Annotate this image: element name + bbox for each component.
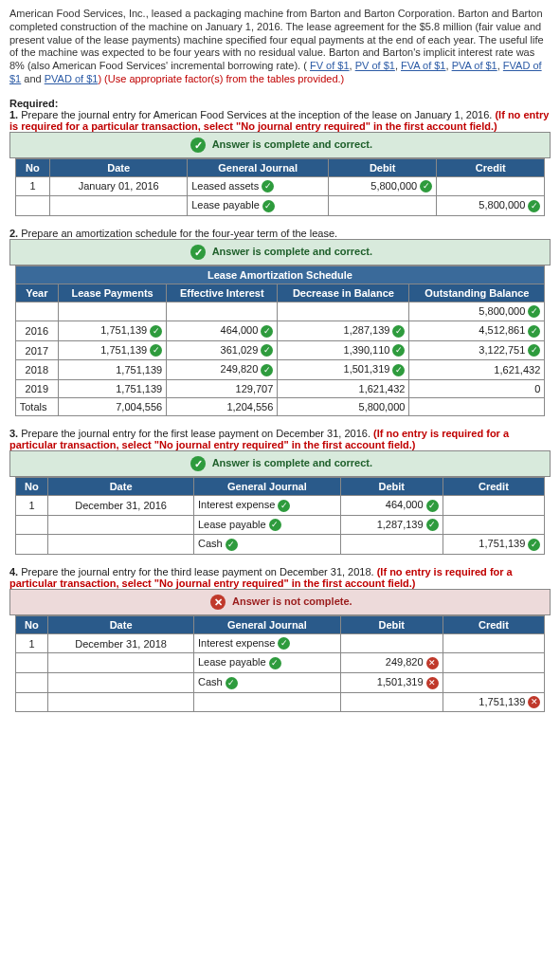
table-row: 20161,751,139✓464,000✓1,287,139✓4,512,86… [15,321,545,341]
link-pv[interactable]: PV of $1 [355,60,395,71]
table-row: 1December 31, 2016Interest expense✓464,0… [15,496,545,516]
problem-intro: American Food Services, Inc., leased a p… [9,8,551,86]
link-fva[interactable]: FVA of $1 [401,60,446,71]
q2-prompt: 2. Prepare an amortization schedule for … [9,228,551,239]
q3-journal-table: NoDateGeneral JournalDebitCredit 1Decemb… [15,477,546,555]
q1-journal-table: No Date General Journal Debit Credit 1 J… [15,158,546,216]
link-fv[interactable]: FV of $1 [310,60,350,71]
q4-prompt: 4. Prepare the journal entry for the thi… [9,566,551,589]
question-4: 4. Prepare the journal entry for the thi… [9,566,551,712]
q3-prompt: 3. Prepare the journal entry for the fir… [9,428,551,450]
table-row: 20181,751,139249,820✓1,501,319✓1,621,432 [15,360,545,380]
table-row: Lease payable✓1,287,139✓ [15,515,545,535]
table-row: Cash✓1,751,139✓ [15,535,545,555]
table-row: Cash✓1,501,319✕ [15,673,545,693]
check-icon: ✓ [262,180,274,192]
table-row: 20171,751,139✓361,029✓1,390,110✓3,122,75… [15,340,545,360]
check-icon: ✓ [262,200,275,212]
question-3: 3. Prepare the journal entry for the fir… [9,428,551,555]
table-row: Lease payable✓ 5,800,000✓ [15,196,545,216]
link-pvad[interactable]: PVAD of $1 [45,73,99,84]
table-row: 5,800,000✓ [15,302,545,321]
check-icon: ✓ [190,456,206,471]
q4-status-banner: ✕ Answer is not complete. [9,589,551,615]
question-2: 2. Prepare an amortization schedule for … [9,228,551,416]
q2-status-banner: ✓ Answer is complete and correct. [9,239,551,266]
question-1: Required: 1. Prepare the journal entry f… [9,98,551,216]
table-row: 20191,751,139129,7071,621,4320 [15,380,545,398]
table-row: 1,751,139✕ [15,692,545,712]
table-row: 1 January 01, 2016 Leased assets✓ 5,800,… [15,176,545,196]
q3-status-banner: ✓ Answer is complete and correct. [9,450,551,477]
q1-status-banner: ✓ Answer is complete and correct. [9,132,551,158]
check-icon: ✓ [190,245,206,260]
required-label: Required: [9,98,551,109]
table-row: 1December 31, 2018Interest expense✓ [15,633,545,653]
q1-prompt: 1. Prepare the journal entry for America… [9,109,551,132]
table-row: Lease payable✓249,820✕ [15,653,545,673]
check-icon: ✓ [190,137,206,153]
check-icon: ✓ [528,200,540,212]
link-pva[interactable]: PVA of $1 [452,60,497,71]
q4-journal-table: NoDateGeneral JournalDebitCredit 1Decemb… [15,615,546,712]
check-icon: ✓ [420,180,432,192]
cross-icon: ✕ [210,595,226,610]
q2-amortization-table: Lease Amortization Schedule Year Lease P… [15,266,546,416]
intro-tail: ) (Use appropriate factor(s) from the ta… [98,73,344,84]
table-row: Totals7,004,5561,204,5565,800,000 [15,398,545,416]
